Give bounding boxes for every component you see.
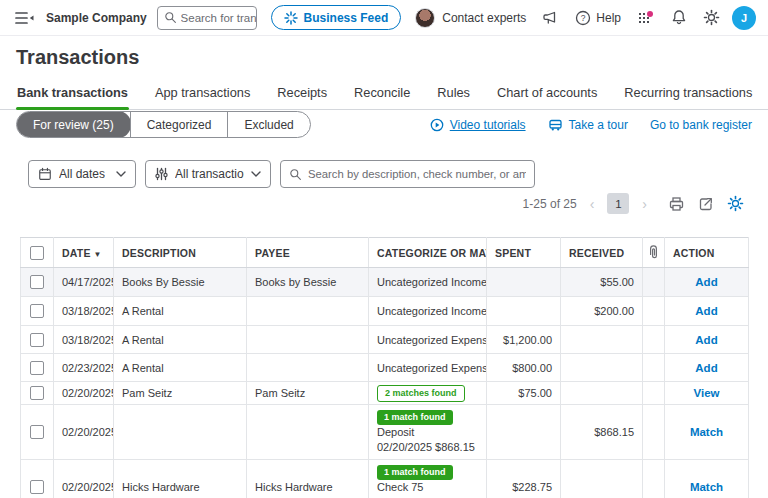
global-search-input[interactable] bbox=[181, 12, 257, 24]
next-page-chevron[interactable]: › bbox=[642, 196, 647, 212]
row-checkbox[interactable] bbox=[30, 386, 44, 400]
col-spent[interactable]: SPENT bbox=[487, 238, 561, 268]
action-link[interactable]: Add bbox=[695, 362, 717, 374]
chevron-down-icon bbox=[251, 171, 261, 177]
business-feed-label: Business Feed bbox=[304, 11, 389, 25]
table-row[interactable]: 02/20/2025 Pam Seitz Pam Seitz 2 matches… bbox=[21, 382, 749, 405]
cell-category: Uncategorized Income bbox=[369, 297, 487, 326]
date-filter-dropdown[interactable]: All dates bbox=[28, 160, 136, 188]
cell-description bbox=[114, 405, 247, 460]
cell-spent: $800.00 bbox=[487, 354, 561, 382]
table-header-row: DATE▼ DESCRIPTION PAYEE CATEGORIZE OR MA… bbox=[21, 238, 749, 268]
col-date[interactable]: DATE▼ bbox=[54, 238, 114, 268]
contact-experts-label: Contact experts bbox=[442, 11, 526, 25]
tab-rules[interactable]: Rules bbox=[436, 80, 471, 109]
help-label: Help bbox=[596, 11, 621, 25]
video-tutorials-link[interactable]: Video tutorials bbox=[430, 118, 526, 132]
row-checkbox[interactable] bbox=[30, 425, 44, 439]
table-row[interactable]: 03/18/2025 A Rental Uncategorized Income… bbox=[21, 297, 749, 326]
table-row[interactable]: 02/20/2025 Hicks Hardware Hicks Hardware… bbox=[21, 460, 749, 498]
cell-category: Uncategorized Expense bbox=[369, 354, 487, 382]
table-search[interactable] bbox=[280, 160, 535, 188]
action-link[interactable]: Add bbox=[695, 305, 717, 317]
sort-desc-icon: ▼ bbox=[94, 250, 102, 259]
search-icon bbox=[289, 168, 302, 181]
tab-app-transactions[interactable]: App transactions bbox=[154, 80, 251, 109]
row-checkbox[interactable] bbox=[30, 333, 44, 347]
row-checkbox[interactable] bbox=[30, 480, 44, 494]
action-link[interactable]: Match bbox=[690, 481, 723, 493]
cell-spent: $75.00 bbox=[487, 382, 561, 405]
announcements-icon[interactable] bbox=[542, 10, 559, 26]
user-avatar[interactable]: J bbox=[732, 6, 756, 30]
cell-date: 04/17/2025 bbox=[54, 268, 114, 297]
cell-category: Uncategorized Expense bbox=[369, 326, 487, 354]
action-link[interactable]: Match bbox=[690, 426, 723, 438]
subtab-excluded[interactable]: Excluded bbox=[227, 112, 309, 137]
cell-attachment bbox=[643, 405, 665, 460]
row-checkbox[interactable] bbox=[30, 304, 44, 318]
cell-description: A Rental bbox=[114, 297, 247, 326]
contact-experts-button[interactable]: Contact experts bbox=[415, 8, 526, 28]
hamburger-menu-icon[interactable] bbox=[14, 11, 34, 25]
cell-attachment bbox=[643, 460, 665, 498]
pagination-range: 1-25 of 25 bbox=[523, 197, 577, 211]
table-row[interactable]: 02/23/2025 A Rental Uncategorized Expens… bbox=[21, 354, 749, 382]
top-bar: Sample Company Business Feed bbox=[0, 0, 768, 36]
pagination-bar: 1-25 of 25 ‹ 1 › bbox=[523, 193, 744, 214]
page-title: Transactions bbox=[16, 46, 139, 69]
tab-reconcile[interactable]: Reconcile bbox=[353, 80, 411, 109]
help-button[interactable]: ? Help bbox=[575, 10, 621, 26]
go-to-bank-register-link[interactable]: Go to bank register bbox=[650, 118, 752, 132]
col-description[interactable]: DESCRIPTION bbox=[114, 238, 247, 268]
action-link[interactable]: View bbox=[694, 387, 720, 399]
notifications-bell-icon[interactable] bbox=[671, 9, 687, 26]
match-detail-info: 02/20/2025 $868.15 bbox=[377, 441, 478, 455]
cell-payee: Pam Seitz bbox=[247, 382, 369, 405]
prev-page-chevron[interactable]: ‹ bbox=[590, 196, 595, 212]
cell-received bbox=[561, 382, 643, 405]
col-attachments bbox=[643, 238, 665, 268]
table-search-input[interactable] bbox=[308, 168, 526, 180]
tab-chart-of-accounts[interactable]: Chart of accounts bbox=[496, 80, 598, 109]
cell-received bbox=[561, 460, 643, 498]
cell-spent bbox=[487, 297, 561, 326]
action-link[interactable]: Add bbox=[695, 334, 717, 346]
match-found-badge: 1 match found bbox=[377, 465, 453, 480]
col-received[interactable]: RECEIVED bbox=[561, 238, 643, 268]
col-payee[interactable]: PAYEE bbox=[247, 238, 369, 268]
col-categorize[interactable]: CATEGORIZE OR MATCH bbox=[369, 238, 487, 268]
business-feed-button[interactable]: Business Feed bbox=[271, 5, 402, 30]
matches-found-badge: 2 matches found bbox=[377, 385, 465, 402]
settings-gear-icon[interactable] bbox=[703, 9, 720, 26]
print-icon[interactable] bbox=[668, 196, 685, 212]
action-link[interactable]: Add bbox=[695, 276, 717, 288]
cell-payee bbox=[247, 354, 369, 382]
match-detail-type: Check 75 bbox=[377, 481, 478, 495]
global-search[interactable] bbox=[157, 6, 257, 30]
current-page-button[interactable]: 1 bbox=[607, 193, 629, 214]
cell-description: A Rental bbox=[114, 354, 247, 382]
cell-spent bbox=[487, 268, 561, 297]
row-checkbox[interactable] bbox=[30, 361, 44, 375]
row-checkbox[interactable] bbox=[30, 275, 44, 289]
take-a-tour-link[interactable]: Take a tour bbox=[548, 118, 628, 132]
table-row[interactable]: 03/18/2025 A Rental Uncategorized Expens… bbox=[21, 326, 749, 354]
sliders-icon bbox=[155, 167, 168, 181]
cell-payee bbox=[247, 405, 369, 460]
transaction-type-filter-dropdown[interactable]: All transactions (... bbox=[145, 160, 271, 188]
subtab-for-review[interactable]: For review (25) bbox=[16, 111, 131, 138]
cell-attachment bbox=[643, 297, 665, 326]
subtab-categorized[interactable]: Categorized bbox=[130, 112, 228, 137]
select-all-checkbox[interactable] bbox=[30, 246, 44, 260]
table-settings-gear-icon[interactable] bbox=[727, 195, 744, 212]
table-row[interactable]: 02/20/2025 1 match found Deposit 02/20/2… bbox=[21, 405, 749, 460]
tab-bank-transactions[interactable]: Bank transactions bbox=[16, 80, 129, 109]
apps-grid-icon[interactable] bbox=[637, 10, 655, 26]
tab-receipts[interactable]: Receipts bbox=[276, 80, 328, 109]
cell-received bbox=[561, 354, 643, 382]
table-row[interactable]: 04/17/2025 Books By Bessie Books by Bess… bbox=[21, 268, 749, 297]
cell-date: 02/20/2025 bbox=[54, 405, 114, 460]
export-icon[interactable] bbox=[698, 196, 714, 212]
tab-recurring-transactions[interactable]: Recurring transactions bbox=[623, 80, 753, 109]
